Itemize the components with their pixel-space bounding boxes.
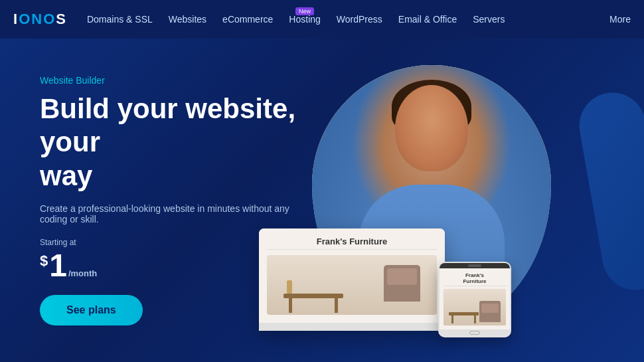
phone-divider	[443, 286, 506, 286]
phone-mockup: Frank's Furniture	[438, 262, 511, 337]
nav-item-domains[interactable]: Domains & SSL	[87, 14, 153, 25]
logo[interactable]: IONOS	[13, 11, 67, 28]
nav-item-websites[interactable]: Websites	[169, 14, 206, 25]
nav-item-email-office[interactable]: Email & Office	[398, 14, 457, 25]
more-nav-item[interactable]: More	[609, 14, 631, 25]
hero-content: Website Builder Build your website, your…	[0, 75, 319, 325]
phone-store-title: Frank's Furniture	[443, 272, 506, 284]
nav-item-servers[interactable]: Servers	[473, 14, 505, 25]
phone-notch	[440, 263, 510, 268]
navbar: IONOS Domains & SSL Websites eCommerce N…	[0, 0, 644, 39]
hero-subtitle: Website Builder	[40, 75, 319, 86]
price-label: Starting at	[40, 238, 319, 247]
phone-screen: Frank's Furniture	[440, 268, 510, 329]
nav-item-hosting[interactable]: New Hosting	[289, 14, 320, 25]
price-dollar: $	[40, 252, 48, 270]
price-per-month: /month	[68, 268, 97, 278]
nav-item-wordpress[interactable]: WordPress	[337, 14, 382, 25]
hero-title: Build your website, your way	[40, 92, 319, 193]
phone-home-bar	[440, 329, 510, 336]
hero-description: Create a professional-looking website in…	[40, 203, 319, 225]
nav-links: Domains & SSL Websites eCommerce New Hos…	[87, 14, 609, 25]
person-head	[395, 85, 468, 171]
new-badge: New	[295, 7, 314, 15]
hero-section: Website Builder Build your website, your…	[0, 39, 644, 362]
price-number: 1	[49, 250, 67, 282]
nav-item-ecommerce[interactable]: eCommerce	[222, 14, 273, 25]
see-plans-button[interactable]: See plans	[40, 295, 143, 325]
phone-furniture-image	[443, 289, 506, 325]
hero-price: $ 1 /month	[40, 250, 319, 282]
